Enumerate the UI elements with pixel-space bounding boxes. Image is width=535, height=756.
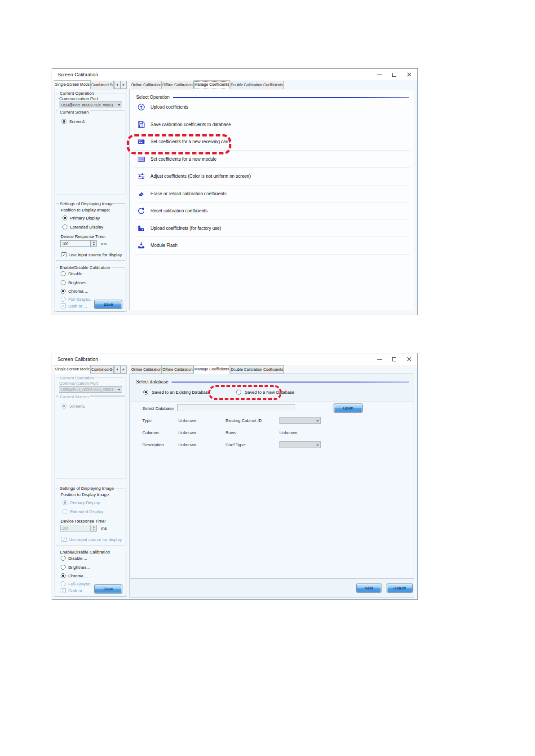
primary-display-row[interactable]: Primary Display: [62, 215, 100, 220]
tab-double-calibration-coefficients[interactable]: Double Calibration Coefficients: [230, 81, 284, 89]
rows-label: Rows: [225, 430, 236, 435]
sliders-icon: [137, 172, 145, 180]
tab-online-calibration[interactable]: Online Calibration: [131, 365, 161, 374]
save-button[interactable]: Save: [94, 300, 122, 309]
communication-port-dropdown: USB@Port_#0009.Hub_#0001: [59, 386, 122, 393]
ms-unit-label: ms: [101, 241, 107, 246]
operation-label: Set coefficients for a new receiving car…: [150, 139, 230, 144]
position-to-display-label: Position to Display Image:: [61, 492, 110, 497]
operation-row[interactable]: Adjust coefficients (Color is not unifor…: [134, 168, 410, 185]
tab-scroll-left-button[interactable]: [114, 81, 120, 89]
screen1-radio[interactable]: [62, 119, 66, 124]
operation-row[interactable]: Set coefficients for a new module: [134, 151, 410, 168]
chroma-row[interactable]: Chroma ...: [61, 289, 88, 294]
dark-or-checkbox: ✓: [61, 588, 66, 593]
tab-scroll-left-button[interactable]: [114, 365, 120, 374]
operation-row[interactable]: Upload coefficinets (for factory use): [134, 220, 410, 237]
tab-scroll-arrows: [114, 81, 127, 89]
heading-rule: [173, 97, 410, 98]
window-title: Screen Calibration: [57, 356, 98, 362]
close-button[interactable]: [402, 69, 416, 80]
chroma-row[interactable]: Chroma ...: [61, 573, 88, 578]
spinner-down-button[interactable]: [91, 244, 96, 247]
operations-list: Upload coefficients Save calibration coe…: [134, 99, 410, 255]
brightness-label: Brightnes...: [68, 280, 90, 285]
brightness-row[interactable]: Brightnes...: [61, 565, 90, 570]
maximize-button[interactable]: [387, 69, 402, 80]
primary-display-radio[interactable]: [62, 215, 67, 220]
sidebar: Current Operation Communication Port USB…: [54, 374, 127, 597]
tab-combined-screen[interactable]: Combined-Sc: [91, 365, 114, 374]
operation-row[interactable]: Reset calibration coefficients: [134, 202, 410, 220]
disable-radio[interactable]: [61, 556, 66, 561]
operation-row[interactable]: Save calibration coefficients to databas…: [134, 116, 410, 134]
use-input-source-checkbox[interactable]: ✓: [62, 252, 66, 257]
return-button[interactable]: Return: [387, 584, 413, 593]
number-spinner[interactable]: [91, 240, 97, 247]
tab-single-screen-mode[interactable]: Single-Screen Mode: [54, 80, 91, 89]
tab-offline-calibration[interactable]: Offline Calibration: [161, 365, 194, 374]
settings-displaying-image-group: Settings of Displaying Image Position to…: [56, 488, 125, 545]
database-path-input[interactable]: [177, 404, 295, 411]
tab-online-calibration[interactable]: Online Calibration: [131, 81, 161, 89]
tab-single-screen-mode[interactable]: Single-Screen Mode: [54, 365, 91, 374]
tab-scroll-right-button[interactable]: [120, 81, 127, 89]
tab-manage-coefficients[interactable]: Manage Coefficients: [194, 365, 230, 374]
spinner-down-button: [91, 528, 96, 532]
type-value: Unknown: [178, 418, 196, 423]
module-flash-icon: [137, 242, 145, 250]
enable-disable-calibration-label: Enable/Disable Calibration: [58, 549, 111, 554]
full-grayscale-radio: [61, 581, 66, 586]
close-icon: [407, 72, 411, 77]
screen1-radio-row: Screen1: [62, 404, 85, 409]
operation-row[interactable]: Module Flash: [134, 237, 410, 255]
minimize-button[interactable]: [372, 69, 387, 80]
extended-display-row[interactable]: Extended Display: [62, 224, 103, 229]
eraser-icon: [137, 189, 145, 198]
full-grayscale-radio: [61, 297, 66, 302]
disable-radio[interactable]: [61, 271, 66, 276]
communication-port-dropdown[interactable]: USB@Port_#0009.Hub_#0001: [59, 101, 122, 108]
operation-label: Upload coefficients: [150, 105, 188, 110]
close-button[interactable]: [402, 353, 416, 365]
saved-existing-database-label: Saved to an Existing Database: [152, 390, 210, 395]
screen-calibration-window-2: Screen Calibration Single-Screen Mode Co…: [52, 353, 418, 600]
chroma-radio[interactable]: [61, 289, 66, 294]
operation-row[interactable]: Erase or reload calibration coefficients: [134, 185, 410, 203]
tab-offline-calibration[interactable]: Offline Calibration: [161, 81, 194, 89]
tab-double-calibration-coefficients[interactable]: Double Calibration Coefficients: [230, 365, 284, 374]
maximize-button[interactable]: [387, 353, 402, 365]
tab-scroll-right-button[interactable]: [120, 365, 127, 374]
operation-row[interactable]: Upload coefficients: [134, 99, 410, 116]
use-input-source-checkbox: ✓: [62, 537, 66, 542]
screen1-radio-row[interactable]: Screen1: [62, 119, 85, 124]
use-input-source-row[interactable]: ✓ Use input source for display: [62, 252, 122, 257]
arrow-right-icon: [123, 84, 124, 86]
brightness-row[interactable]: Brightnes...: [61, 280, 90, 285]
module-grid-icon: [137, 155, 145, 163]
minimize-button[interactable]: [372, 353, 387, 365]
tab-manage-coefficients[interactable]: Manage Coefficients: [194, 80, 230, 89]
saved-new-database-radio[interactable]: [236, 390, 241, 395]
saved-existing-database-radio[interactable]: [143, 390, 148, 395]
brightness-radio[interactable]: [61, 280, 66, 285]
spinner-down-icon: [93, 529, 95, 530]
save-button[interactable]: Save: [94, 585, 122, 593]
chevron-down-icon: [118, 389, 120, 391]
operation-label: Module Flash: [150, 243, 177, 248]
manage-coefficients-panel: Select Operation Upload coefficients Sav…: [129, 89, 414, 310]
factory-upload-icon: [137, 224, 145, 232]
titlebar: Screen Calibration: [52, 69, 417, 80]
chroma-radio[interactable]: [61, 573, 66, 578]
extended-display-radio[interactable]: [62, 224, 67, 229]
brightness-radio[interactable]: [61, 565, 66, 570]
disable-row[interactable]: Disable ...: [61, 271, 87, 276]
disable-row[interactable]: Disable ...: [61, 556, 87, 561]
open-button[interactable]: Open: [334, 404, 363, 413]
tab-combined-screen[interactable]: Combined-Sc: [91, 81, 114, 89]
next-button[interactable]: Next: [356, 584, 381, 593]
response-time-input[interactable]: [60, 240, 91, 247]
operation-row[interactable]: Set coefficients for a new receiving car…: [134, 133, 410, 151]
use-input-source-label: Use input source for display: [69, 537, 122, 542]
database-details-box: Select Database Open Type Unknown Existi…: [131, 401, 413, 580]
